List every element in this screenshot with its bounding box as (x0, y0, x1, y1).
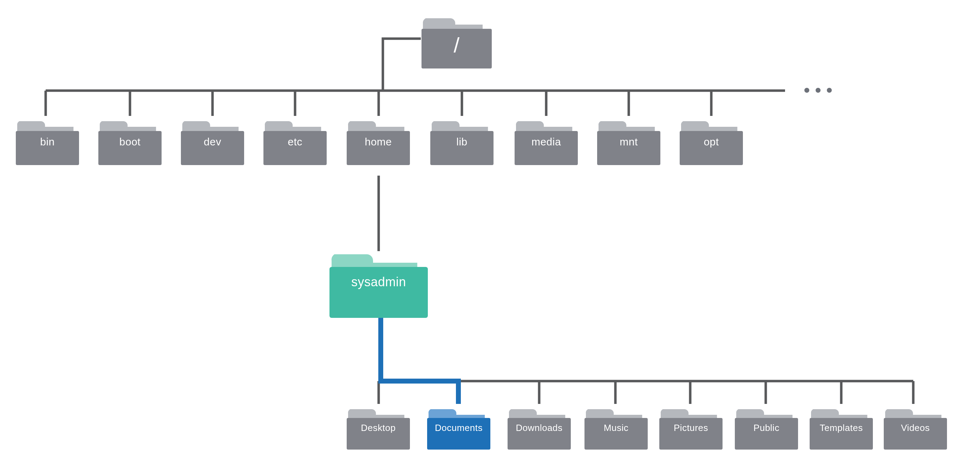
folder-templates-label: Templates (810, 423, 873, 433)
connector-lines (0, 0, 980, 458)
folder-lib: lib (430, 118, 493, 165)
folder-media: media (515, 118, 578, 165)
folder-downloads-label: Downloads (508, 423, 571, 433)
folder-documents: Documents (427, 406, 490, 450)
folder-bin: bin (16, 118, 79, 165)
folder-dev-label: dev (181, 136, 244, 148)
folder-opt-label: opt (680, 136, 743, 148)
folder-videos: Videos (884, 406, 947, 450)
folder-dev: dev (181, 118, 244, 165)
folder-pictures-label: Pictures (659, 423, 722, 433)
folder-sysadmin-label: sysadmin (329, 275, 428, 289)
folder-mnt: mnt (597, 118, 660, 165)
folder-desktop: Desktop (347, 406, 410, 450)
folder-opt: opt (680, 118, 743, 165)
folder-media-label: media (515, 136, 578, 148)
folder-lib-label: lib (430, 136, 493, 148)
folder-home-label: home (347, 136, 410, 148)
filesystem-tree-diagram: / bin boot dev etc home lib media mnt op… (0, 0, 980, 458)
folder-public: Public (735, 406, 798, 450)
folder-boot: boot (99, 118, 162, 165)
folder-public-label: Public (735, 423, 798, 433)
folder-etc-label: etc (263, 136, 327, 148)
folder-boot-label: boot (99, 136, 162, 148)
folder-templates: Templates (810, 406, 873, 450)
folder-videos-label: Videos (884, 423, 947, 433)
folder-desktop-label: Desktop (347, 423, 410, 433)
folder-music: Music (584, 406, 648, 450)
folder-pictures: Pictures (659, 406, 722, 450)
folder-etc: etc (263, 118, 327, 165)
folder-root: / (422, 14, 492, 68)
folder-home: home (347, 118, 410, 165)
folder-downloads: Downloads (508, 406, 571, 450)
ellipsis-icon (804, 88, 832, 93)
folder-documents-label: Documents (427, 423, 490, 433)
folder-root-label: / (422, 33, 492, 57)
folder-sysadmin: sysadmin (329, 250, 428, 318)
folder-music-label: Music (584, 423, 648, 433)
folder-bin-label: bin (16, 136, 79, 148)
folder-mnt-label: mnt (597, 136, 660, 148)
